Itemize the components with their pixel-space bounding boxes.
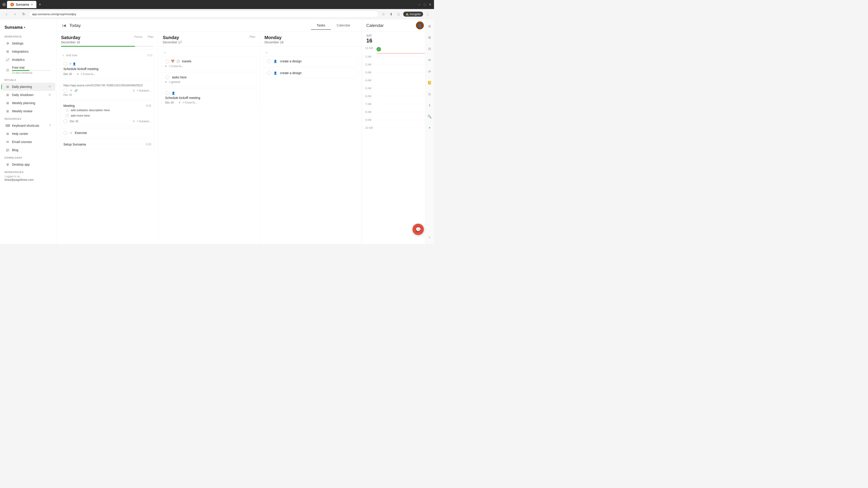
time-label-7am: 7 AM [365, 103, 377, 106]
topbar-title: Today [69, 23, 81, 28]
sidebar-item-blog[interactable]: 📰 Blog [1, 146, 55, 154]
saturday-add-task[interactable]: + Add task 0:55 [60, 52, 155, 59]
time-label-9am: 9 AM [365, 119, 377, 122]
tab-close-btn[interactable]: ✕ [31, 3, 33, 6]
close-btn[interactable]: ✕ [429, 3, 432, 6]
task-exercise[interactable]: ○ ↺ Exercise [60, 128, 155, 138]
subtask-1-text: add subtasks description here [71, 108, 110, 112]
task-complete-btn[interactable]: ○ [165, 59, 169, 64]
weekly-planning-icon: ⊞ [6, 101, 10, 105]
subtask-1: ✓ add subtasks description here [64, 107, 151, 113]
sunday-add-task[interactable]: + [162, 49, 256, 57]
monday-date: December 18 [265, 41, 283, 44]
sidebar-item-help-center[interactable]: ⊞ Help center [1, 130, 55, 138]
task-meeting[interactable]: Meeting 0:15 ✓ add subtasks description … [60, 101, 155, 126]
cal-time-6am: 6 AM [365, 93, 431, 101]
task-complete-btn[interactable]: ○ [165, 91, 169, 95]
forward-btn[interactable]: › [12, 11, 18, 17]
saturday-progress-fill [61, 46, 135, 47]
task-url-card[interactable]: https://app.asana.com/0/12061746 7638511… [60, 80, 155, 99]
browser-tab[interactable]: S Sunsama ✕ [7, 1, 36, 8]
time-label-6am: 6 AM [365, 95, 377, 98]
add-cal-btn[interactable]: + [426, 234, 433, 240]
hash-icon: # [133, 120, 135, 123]
task-title: Setup Sunsama [64, 142, 145, 146]
person-icon: 👤 [274, 71, 277, 75]
restore-btn[interactable]: □ [423, 3, 426, 6]
task-create-design-1[interactable]: ○ 👤 create a design [264, 57, 358, 66]
weekly-review-label: Weekly review [12, 109, 51, 113]
menu-icon[interactable]: ⋮ [425, 11, 431, 17]
sidebar-item-desktop-app[interactable]: 🖥 Desktop app [1, 160, 55, 168]
search-icon[interactable]: 🔍 [426, 113, 433, 120]
repeat-icon: ↺ [69, 62, 71, 66]
refresh-icon[interactable]: ⇄ [426, 68, 433, 74]
sidebar-item-weekly-review[interactable]: ⊞ Weekly review [1, 107, 55, 115]
sidebar-item-weekly-planning[interactable]: ⊞ Weekly planning [1, 99, 55, 107]
task-create-design-2[interactable]: ○ 👤 create a design [264, 68, 358, 78]
sidebar-item-free-trial[interactable]: ⊡ Free trial 13 days remaining [1, 64, 55, 76]
time-label-12am: 12 AM [365, 46, 377, 50]
info-icon[interactable]: ℹ [426, 102, 433, 108]
sidebar-logo[interactable]: Sunsama ▾ [0, 23, 57, 33]
back-to-today-btn[interactable]: |◀ [62, 23, 66, 28]
subtask-2: ✓ add more here [64, 113, 151, 119]
task-travels[interactable]: ○ 📅 🕐 travels # Cross-fu... [162, 57, 256, 71]
task-complete-btn[interactable]: ○ [64, 89, 68, 93]
saturday-plan-link[interactable]: Plan [148, 35, 153, 39]
sidebar-item-analytics[interactable]: 📈 Analytics [1, 56, 55, 64]
notebook-icon[interactable]: 📒 [426, 79, 433, 86]
monday-header: Monday December 18 [260, 32, 362, 46]
task-complete-btn[interactable]: ○ [64, 119, 68, 123]
calendar-panel: Calendar 👤 → SAT 16 🔍 12 AM [362, 19, 434, 244]
saturday-progress-bar [61, 46, 154, 47]
download-icon[interactable]: ⬇ [388, 11, 394, 17]
task-header: ○ 👤 [165, 91, 253, 95]
saturday-header: Saturday December 16 Focus · Plan [57, 32, 158, 49]
monday-add-task[interactable]: + [264, 49, 358, 57]
task-tag: Cross-fu... [81, 72, 95, 76]
task-meta: # Cross-fu... [165, 65, 253, 68]
sidebar-item-settings[interactable]: ⚙ Settings [1, 39, 55, 47]
table-icon[interactable]: ⊟ [426, 45, 433, 52]
back-btn[interactable]: ‹ [3, 11, 10, 17]
location-icon[interactable]: ◎ [426, 90, 433, 97]
graph-icon[interactable]: ⊠ [426, 34, 433, 41]
task-complete-btn[interactable]: ○ [64, 62, 68, 66]
reload-btn[interactable]: ↻ [21, 11, 27, 17]
sidebar-item-keyboard-shortcuts[interactable]: ⌨ Keyboard shortcuts ? [1, 122, 55, 130]
sidebar-item-daily-planning[interactable]: ⊞ Daily planning P [1, 83, 55, 91]
task-complete-btn[interactable]: ○ [64, 131, 68, 135]
task-header: ○ 📅 🕐 travels [165, 59, 253, 64]
plus-icon[interactable]: + [426, 234, 433, 240]
task-complete-btn[interactable]: ○ [267, 71, 271, 75]
sidebar-item-integrations[interactable]: ⊞ Integrations [1, 47, 55, 56]
task-schedule-kickoff[interactable]: ○ ↺ 👤 Schedule kickoff meeting Dec 20 [60, 59, 155, 78]
bookmark-icon[interactable]: ☆ [380, 11, 386, 17]
chat-fab-btn[interactable]: 💬 [412, 224, 424, 235]
sidebar-item-email-courses[interactable]: ✉ Email courses [1, 138, 55, 146]
extensions-icon[interactable]: □ [396, 11, 401, 17]
new-tab-btn[interactable]: + [39, 2, 41, 7]
calendar-tab[interactable]: Calendar [331, 21, 356, 30]
grid-icon[interactable]: ⊞ [426, 23, 433, 29]
sparkle-icon[interactable]: ✦ [426, 124, 433, 131]
resources-section-label: RESOURCES [0, 115, 57, 122]
minimize-btn[interactable]: ─ [418, 3, 421, 6]
saturday-focus-link[interactable]: Focus [134, 35, 142, 39]
mail-icon[interactable]: ✉ [426, 57, 433, 63]
task-tasks-here[interactable]: ○ tasks here # general [162, 72, 256, 87]
address-bar[interactable]: app.sunsama.com/group/moodjoy [29, 11, 378, 17]
task-setup-sunsama[interactable]: Setup Sunsama 0:20 [60, 140, 155, 149]
subtask-check-2[interactable]: ✓ [66, 114, 69, 117]
task-complete-btn[interactable]: ○ [165, 75, 169, 79]
task-schedule-kickoff-sun[interactable]: ○ 👤 Schedule kickoff meeting Dec 20 · # … [162, 88, 256, 107]
help-center-icon: ⊞ [6, 132, 10, 136]
tasks-tab[interactable]: Tasks [311, 21, 331, 30]
task-complete-btn[interactable]: ○ [267, 59, 271, 64]
subtask-check-1[interactable]: ✓ [66, 108, 69, 112]
tab-history-btn[interactable]: ‹ [2, 3, 6, 6]
sidebar-item-daily-shutdown[interactable]: ⊞ Daily shutdown O [1, 91, 55, 99]
sunday-plan-link[interactable]: Plan [249, 35, 255, 39]
app-container: Sunsama ▾ WORKSPACE ⚙ Settings ⊞ Integra… [0, 19, 434, 244]
